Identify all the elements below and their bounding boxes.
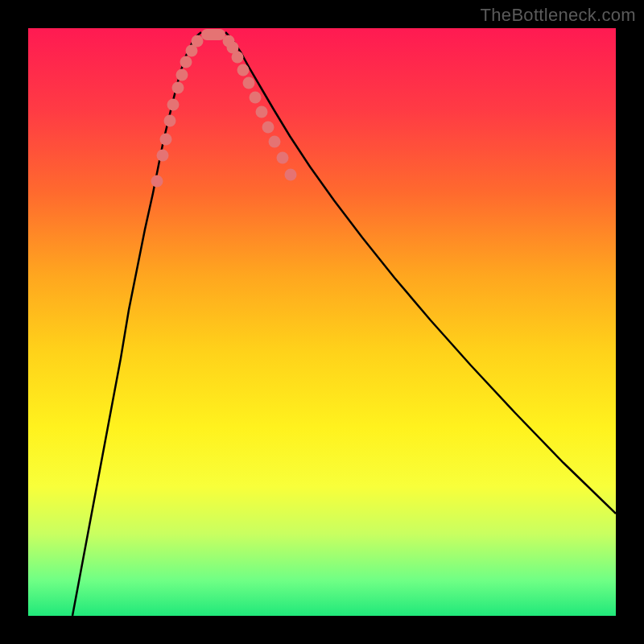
data-dot [250, 92, 262, 104]
data-dot [167, 99, 180, 111]
bottom-pill [201, 29, 225, 40]
data-dot [285, 169, 297, 181]
data-dot [160, 134, 172, 146]
dots-right-group [223, 35, 297, 181]
data-dot [151, 175, 163, 188]
data-dot [277, 152, 289, 164]
data-dot [176, 69, 188, 81]
data-dot [180, 56, 192, 68]
data-dot [232, 52, 244, 64]
data-dot [172, 82, 184, 94]
data-dot [237, 64, 250, 76]
data-dot [243, 77, 255, 89]
watermark-text: TheBottleneck.com [481, 5, 636, 26]
data-dot [269, 136, 281, 148]
right-curve [225, 32, 616, 514]
left-curve [72, 32, 201, 616]
data-dot [262, 122, 275, 134]
data-dot [192, 35, 204, 47]
data-dot [157, 150, 169, 162]
data-dot [256, 106, 268, 118]
data-dot [164, 115, 176, 127]
chart-svg [28, 28, 616, 616]
chart-frame: TheBottleneck.com [0, 0, 644, 644]
plot-area [28, 28, 616, 616]
